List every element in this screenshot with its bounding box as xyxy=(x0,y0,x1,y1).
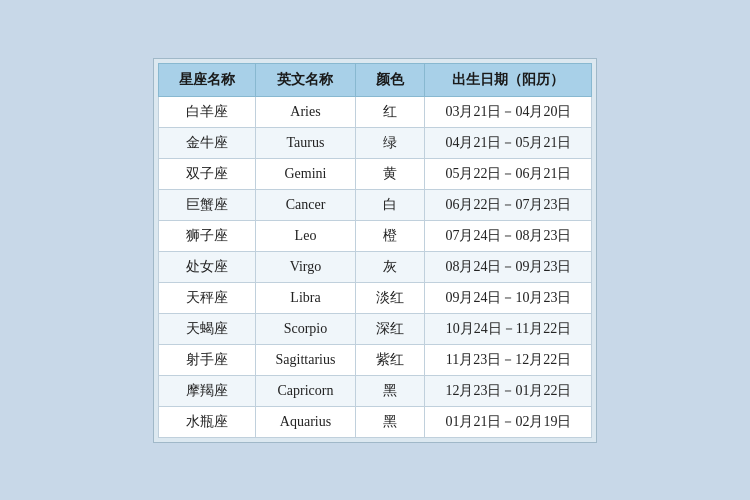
table-row: 金牛座Taurus绿04月21日－05月21日 xyxy=(158,127,592,158)
column-header-0: 星座名称 xyxy=(158,63,255,96)
cell-r7-c2: 深红 xyxy=(356,313,425,344)
column-header-2: 颜色 xyxy=(356,63,425,96)
cell-r1-c3: 04月21日－05月21日 xyxy=(425,127,592,158)
cell-r4-c3: 07月24日－08月23日 xyxy=(425,220,592,251)
column-header-1: 英文名称 xyxy=(255,63,356,96)
cell-r6-c3: 09月24日－10月23日 xyxy=(425,282,592,313)
cell-r0-c1: Aries xyxy=(255,96,356,127)
cell-r10-c1: Aquarius xyxy=(255,406,356,437)
cell-r7-c1: Scorpio xyxy=(255,313,356,344)
cell-r6-c1: Libra xyxy=(255,282,356,313)
zodiac-table: 星座名称英文名称颜色出生日期（阳历） 白羊座Aries红03月21日－04月20… xyxy=(158,63,593,438)
table-row: 摩羯座Capricorn黑12月23日－01月22日 xyxy=(158,375,592,406)
cell-r0-c0: 白羊座 xyxy=(158,96,255,127)
table-row: 狮子座Leo橙07月24日－08月23日 xyxy=(158,220,592,251)
cell-r1-c1: Taurus xyxy=(255,127,356,158)
cell-r5-c3: 08月24日－09月23日 xyxy=(425,251,592,282)
cell-r9-c2: 黑 xyxy=(356,375,425,406)
cell-r2-c3: 05月22日－06月21日 xyxy=(425,158,592,189)
cell-r8-c0: 射手座 xyxy=(158,344,255,375)
cell-r4-c1: Leo xyxy=(255,220,356,251)
cell-r7-c3: 10月24日－11月22日 xyxy=(425,313,592,344)
cell-r4-c0: 狮子座 xyxy=(158,220,255,251)
cell-r0-c3: 03月21日－04月20日 xyxy=(425,96,592,127)
cell-r5-c2: 灰 xyxy=(356,251,425,282)
cell-r7-c0: 天蝎座 xyxy=(158,313,255,344)
cell-r4-c2: 橙 xyxy=(356,220,425,251)
table-row: 天秤座Libra淡红09月24日－10月23日 xyxy=(158,282,592,313)
cell-r2-c2: 黄 xyxy=(356,158,425,189)
cell-r6-c0: 天秤座 xyxy=(158,282,255,313)
cell-r10-c3: 01月21日－02月19日 xyxy=(425,406,592,437)
cell-r8-c2: 紫红 xyxy=(356,344,425,375)
table-row: 射手座Sagittarius紫红11月23日－12月22日 xyxy=(158,344,592,375)
column-header-3: 出生日期（阳历） xyxy=(425,63,592,96)
table-header-row: 星座名称英文名称颜色出生日期（阳历） xyxy=(158,63,592,96)
table-row: 双子座Gemini黄05月22日－06月21日 xyxy=(158,158,592,189)
cell-r2-c1: Gemini xyxy=(255,158,356,189)
cell-r10-c0: 水瓶座 xyxy=(158,406,255,437)
table-row: 处女座Virgo灰08月24日－09月23日 xyxy=(158,251,592,282)
table-row: 巨蟹座Cancer白06月22日－07月23日 xyxy=(158,189,592,220)
cell-r5-c0: 处女座 xyxy=(158,251,255,282)
zodiac-table-container: 星座名称英文名称颜色出生日期（阳历） 白羊座Aries红03月21日－04月20… xyxy=(153,58,598,443)
cell-r3-c1: Cancer xyxy=(255,189,356,220)
cell-r5-c1: Virgo xyxy=(255,251,356,282)
cell-r10-c2: 黑 xyxy=(356,406,425,437)
cell-r1-c2: 绿 xyxy=(356,127,425,158)
cell-r1-c0: 金牛座 xyxy=(158,127,255,158)
table-row: 水瓶座Aquarius黑01月21日－02月19日 xyxy=(158,406,592,437)
cell-r9-c0: 摩羯座 xyxy=(158,375,255,406)
cell-r3-c2: 白 xyxy=(356,189,425,220)
cell-r3-c3: 06月22日－07月23日 xyxy=(425,189,592,220)
table-row: 天蝎座Scorpio深红10月24日－11月22日 xyxy=(158,313,592,344)
cell-r8-c3: 11月23日－12月22日 xyxy=(425,344,592,375)
table-row: 白羊座Aries红03月21日－04月20日 xyxy=(158,96,592,127)
cell-r9-c1: Capricorn xyxy=(255,375,356,406)
cell-r6-c2: 淡红 xyxy=(356,282,425,313)
cell-r3-c0: 巨蟹座 xyxy=(158,189,255,220)
cell-r8-c1: Sagittarius xyxy=(255,344,356,375)
cell-r0-c2: 红 xyxy=(356,96,425,127)
cell-r2-c0: 双子座 xyxy=(158,158,255,189)
cell-r9-c3: 12月23日－01月22日 xyxy=(425,375,592,406)
